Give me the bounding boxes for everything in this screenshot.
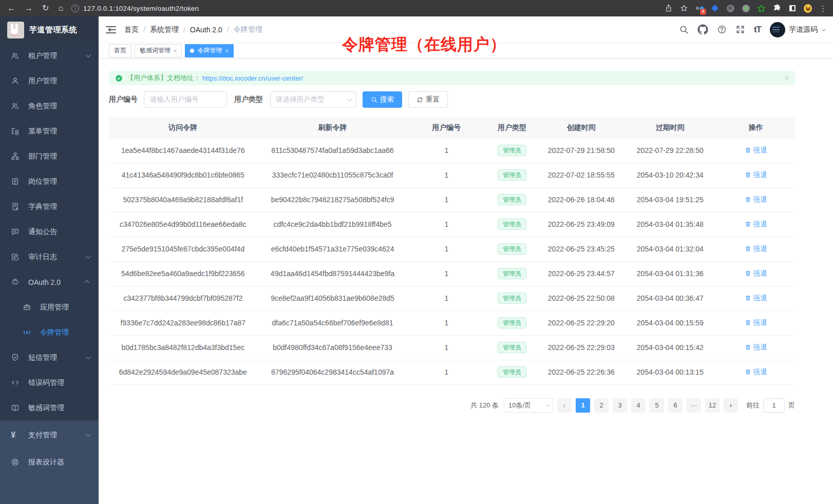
ext-square <box>696 7 699 10</box>
chevron-down-icon <box>347 96 352 102</box>
sidebar-item-menu[interactable]: 菜单管理 <box>0 119 99 144</box>
share-icon[interactable] <box>665 4 673 12</box>
force-logout-button[interactable]: 强退 <box>745 244 767 254</box>
table-row: 6d842e2924594de9a09e45e087323abe8796295f… <box>109 360 795 384</box>
search-button[interactable]: 搜索 <box>363 91 402 108</box>
extension-star-icon[interactable] <box>757 4 766 13</box>
browser-menu-icon[interactable]: ⋮ <box>819 5 827 12</box>
force-logout-button[interactable]: 强退 <box>745 269 767 278</box>
sidebar-item-user[interactable]: 用户管理 <box>0 68 99 93</box>
breadcrumb: 首页/ 系统管理/ OAuth 2.0/ 令牌管理 <box>124 25 262 34</box>
fullscreen-icon[interactable] <box>735 25 745 34</box>
sidebar-item-report-designer[interactable]: 报表设计器 <box>0 449 99 476</box>
app-logo <box>7 22 24 38</box>
page-button-1[interactable]: 1 <box>576 398 590 413</box>
sidebar-item-dept[interactable]: 部门管理 <box>0 144 99 169</box>
tab-token-active[interactable]: 令牌管理× <box>185 44 233 57</box>
page-button-4[interactable]: 4 <box>631 398 646 413</box>
back-icon[interactable]: ← <box>7 4 15 12</box>
sidebar-item-sensitive-word[interactable]: 敏感词管理 <box>0 395 99 420</box>
sidebar-item-audit-log[interactable]: 审计日志 <box>0 244 99 269</box>
page-button-3[interactable]: 3 <box>613 398 627 413</box>
profile-avatar-icon[interactable] <box>804 4 812 12</box>
user-id-input[interactable]: 请输入用户编号 <box>144 91 227 108</box>
yen-icon: ¥ <box>11 430 21 440</box>
alert-doc-link[interactable]: https://doc.iocoder.cn/user-center/ <box>202 74 303 82</box>
table-row: b0d1785bc3a8482f812db4a3f3bd15ecb0df4980… <box>109 335 795 360</box>
page-button-2[interactable]: 2 <box>594 398 609 413</box>
tab-sensitive-words[interactable]: 敏感词管理× <box>135 44 182 57</box>
sidebar-item-oauth-token[interactable]: 令牌管理 <box>0 320 99 345</box>
close-icon[interactable]: × <box>225 48 228 54</box>
force-logout-button[interactable]: 强退 <box>745 170 767 180</box>
force-logout-button[interactable]: 强退 <box>745 367 767 377</box>
extension-gem-icon[interactable] <box>711 4 719 12</box>
force-logout-button[interactable]: 强退 <box>745 220 767 229</box>
force-logout-button[interactable]: 强退 <box>745 146 767 155</box>
app-title: 芋道管理系统 <box>29 25 77 35</box>
sidebar-item-role[interactable]: 角色管理 <box>0 93 99 119</box>
force-logout-button[interactable]: 强退 <box>745 294 767 303</box>
breadcrumb-home[interactable]: 首页 <box>124 25 139 34</box>
force-logout-button[interactable]: 强退 <box>745 343 767 352</box>
sidebar-item-post[interactable]: 岗位管理 <box>0 169 99 194</box>
table-header: 访问令牌 刷新令牌 用户编号 用户类型 创建时间 过期时间 操作 <box>109 118 795 138</box>
sidebar-item-tenant[interactable]: 租户管理 <box>0 43 99 68</box>
address-bar[interactable]: i 127.0.0.1:1024/system/oauth2/token <box>71 5 658 12</box>
col-access-token: 访问令牌 <box>109 118 257 138</box>
alert-text: 【用户体系】文档地址： <box>127 73 200 83</box>
page-more-button[interactable]: ··· <box>687 398 701 413</box>
sidebar-fold-icon[interactable] <box>106 26 116 34</box>
screen: ← → ↻ ⌂ i 127.0.0.1:1024/system/oauth2/t… <box>0 0 833 504</box>
user-type-badge: 管理员 <box>498 243 526 255</box>
force-logout-button[interactable]: 强退 <box>745 195 767 204</box>
user-type-label: 用户类型 <box>234 95 263 104</box>
next-page-button[interactable]: › <box>724 398 738 413</box>
page-button-6[interactable]: 6 <box>668 398 683 413</box>
url-text: 127.0.0.1:1024/system/oauth2/token <box>83 5 199 12</box>
sidebar-item-oauth-app[interactable]: 应用管理 <box>0 295 99 320</box>
user-dropdown[interactable]: 芋道源码 <box>770 22 825 37</box>
sidebar-item-sms[interactable]: 短信管理 <box>0 345 99 370</box>
chevron-down-icon <box>86 52 91 57</box>
sidebar-item-error-code[interactable]: 错误码管理 <box>0 370 99 395</box>
sidebar-item-oauth[interactable]: OAuth 2.0 <box>0 269 99 295</box>
search-icon[interactable] <box>679 25 689 34</box>
alert-close-icon[interactable]: × <box>785 74 789 82</box>
sidebar-item-pay[interactable]: ¥支付管理 <box>0 421 99 449</box>
breadcrumb-system[interactable]: 系统管理 <box>150 25 179 34</box>
reload-icon[interactable]: ↻ <box>42 4 49 12</box>
table-row: 41c41346a548490f9dc8b01c6bfe0865333ecfc7… <box>109 163 795 187</box>
forward-icon[interactable]: → <box>25 4 33 12</box>
extension-cmd-icon[interactable]: ⌘ <box>726 4 734 12</box>
user-type-select[interactable]: 请选择用户类型 <box>270 91 356 108</box>
goto-page-input[interactable]: 1 <box>763 398 785 413</box>
extension-password-icon[interactable]: 9 <box>695 4 704 12</box>
prev-page-button[interactable]: ‹ <box>557 398 572 413</box>
id-card-icon <box>11 177 20 186</box>
extension-puzzle-icon[interactable] <box>773 4 781 12</box>
tab-home[interactable]: 首页 <box>109 44 131 57</box>
sidebar-item-dict[interactable]: 字典管理 <box>0 194 99 219</box>
breadcrumb-oauth[interactable]: OAuth 2.0 <box>190 26 222 34</box>
home-icon[interactable]: ⌂ <box>58 4 63 12</box>
page-size-select[interactable]: 10条/页 <box>504 398 553 413</box>
page-button-5[interactable]: 5 <box>650 398 664 413</box>
github-icon[interactable] <box>697 24 708 35</box>
close-icon[interactable]: × <box>174 48 177 54</box>
reset-button[interactable]: 重置 <box>408 91 448 108</box>
chat-icon <box>11 227 20 236</box>
page-button-12[interactable]: 12 <box>705 398 720 413</box>
breadcrumb-current: 令牌管理 <box>234 25 262 34</box>
site-info-icon[interactable]: i <box>71 5 79 12</box>
sidebar-item-notice[interactable]: 通知公告 <box>0 219 99 244</box>
font-size-icon[interactable]: tT <box>754 25 761 35</box>
browser-bar: ← → ↻ ⌂ i 127.0.0.1:1024/system/oauth2/t… <box>0 0 833 16</box>
force-logout-button[interactable]: 强退 <box>745 318 767 327</box>
tree-icon <box>11 127 20 135</box>
bookmark-star-icon[interactable] <box>680 4 688 12</box>
extension-record-icon[interactable] <box>742 4 750 12</box>
help-icon[interactable] <box>717 25 727 34</box>
sidebar-toggle-icon[interactable] <box>788 4 797 12</box>
chevron-down-icon <box>545 402 550 406</box>
